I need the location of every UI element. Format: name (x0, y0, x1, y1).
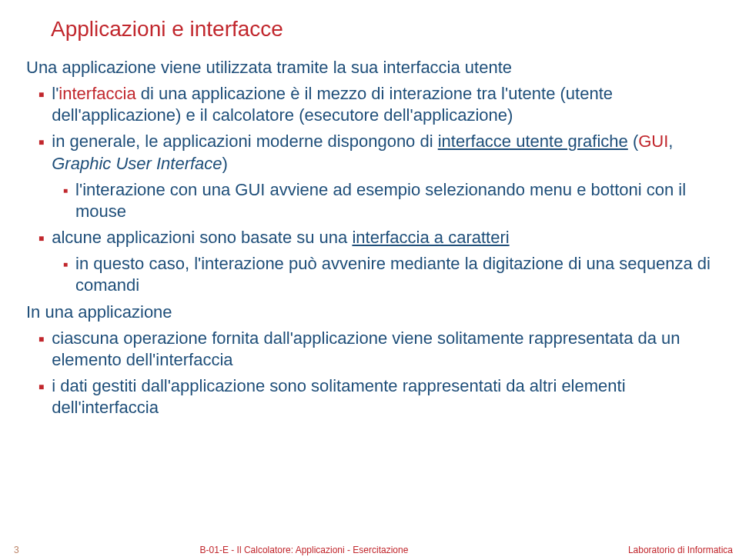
txt-under: interfacce utente grafiche (438, 132, 628, 151)
bullet-1-text: l'interfaccia di una applicazione è il m… (52, 83, 713, 126)
square-bullet-icon: ■ (38, 89, 44, 126)
txt: in generale, le applicazioni moderne dis… (52, 132, 437, 151)
footer: 3 B-01-E - Il Calcolatore: Applicazioni … (0, 545, 739, 555)
bullet-3-sub-1: ■ in questo caso, l'interazione può avve… (63, 253, 713, 296)
bullet-5-text: i dati gestiti dall'applicazione sono so… (52, 375, 713, 418)
txt-highlight: interfaccia (59, 84, 135, 103)
bullet-4: ■ ciascuna operazione fornita dall'appli… (38, 328, 713, 371)
bullet-2-sub-1-text: l'interazione con una GUI avviene ad ese… (75, 179, 713, 222)
txt-highlight: GUI (638, 132, 668, 151)
txt-under: interfaccia a caratteri (352, 228, 509, 247)
bullet-3: ■ alcune applicazioni sono basate su una… (38, 227, 713, 248)
square-bullet-icon: ■ (63, 260, 68, 296)
square-bullet-icon: ■ (38, 382, 44, 418)
bullet-1: ■ l'interfaccia di una applicazione è il… (38, 83, 713, 126)
bullet-3-sub-1-text: in questo caso, l'interazione può avveni… (75, 253, 713, 296)
txt: l' (52, 84, 59, 103)
slide-title: Applicazioni e interfacce (51, 17, 713, 42)
bullet-2: ■ in generale, le applicazioni moderne d… (38, 131, 713, 174)
txt-italic: Graphic User Interface (52, 154, 222, 173)
square-bullet-icon: ■ (38, 334, 44, 371)
txt: , (668, 132, 673, 151)
bullet-4-text: ciascuna operazione fornita dall'applica… (52, 328, 713, 371)
page-number: 3 (14, 545, 45, 555)
txt: ( (628, 132, 638, 151)
bullet-2-sub-1: ■ l'interazione con una GUI avviene ad e… (63, 179, 713, 222)
intro-line: Una applicazione viene utilizzata tramit… (26, 57, 713, 78)
square-bullet-icon: ■ (38, 233, 44, 248)
txt: alcune applicazioni sono basate su una (52, 228, 352, 247)
slide-body: Una applicazione viene utilizzata tramit… (26, 57, 713, 418)
footer-right: Laboratorio di Informatica (563, 545, 733, 555)
square-bullet-icon: ■ (38, 137, 44, 174)
bullet-5: ■ i dati gestiti dall'applicazione sono … (38, 375, 713, 418)
slide: Applicazioni e interfacce Una applicazio… (0, 0, 739, 560)
txt: ) (222, 154, 228, 173)
txt: di una applicazione è il mezzo di intera… (52, 84, 613, 125)
footer-center: B-01-E - Il Calcolatore: Applicazioni - … (45, 545, 563, 555)
square-bullet-icon: ■ (63, 186, 68, 222)
mid-line: In una applicazione (26, 302, 713, 323)
bullet-2-text: in generale, le applicazioni moderne dis… (52, 131, 713, 174)
bullet-3-text: alcune applicazioni sono basate su una i… (52, 227, 509, 248)
